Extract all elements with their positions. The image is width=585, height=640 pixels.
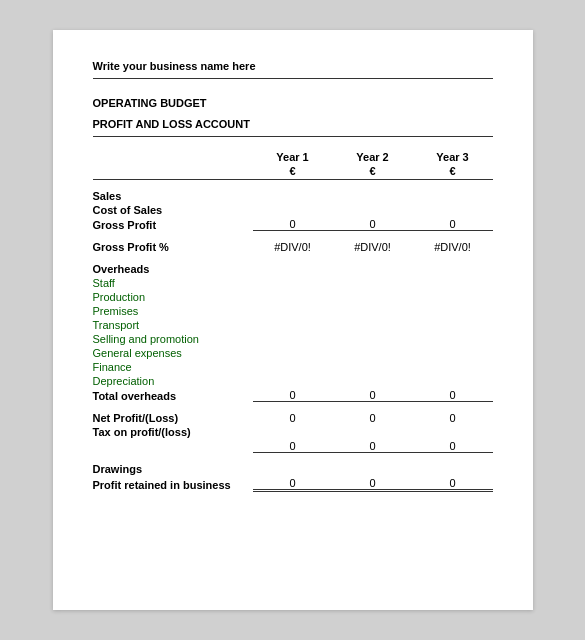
- report-title-line1: OPERATING BUDGET: [93, 95, 493, 112]
- premises-label: Premises: [93, 305, 253, 317]
- cost-of-sales-row: Cost of Sales: [93, 204, 493, 216]
- to-y2: 0: [333, 389, 413, 402]
- gp-pct-y2: #DIV/0!: [333, 241, 413, 253]
- gross-profit-label: Gross Profit: [93, 219, 253, 231]
- at-y2: 0: [333, 440, 413, 453]
- staff-row: Staff: [93, 277, 493, 289]
- depreciation-row: Depreciation: [93, 375, 493, 387]
- at-y1: 0: [253, 440, 333, 453]
- drawings-label: Drawings: [93, 463, 253, 475]
- finance-label: Finance: [93, 361, 253, 373]
- cost-of-sales-label: Cost of Sales: [93, 204, 253, 216]
- title-divider: [93, 136, 493, 137]
- year2-symbol: €: [333, 165, 413, 177]
- overheads-label: Overheads: [93, 263, 253, 275]
- general-expenses-row: General expenses: [93, 347, 493, 359]
- gp-y3: 0: [413, 218, 493, 231]
- year2-header: Year 2: [333, 151, 413, 163]
- total-overheads-row: Total overheads 0 0 0: [93, 389, 493, 402]
- drawings-row: Drawings: [93, 463, 493, 475]
- year3-header: Year 3: [413, 151, 493, 163]
- selling-promotion-row: Selling and promotion: [93, 333, 493, 345]
- to-y3: 0: [413, 389, 493, 402]
- to-y1: 0: [253, 389, 333, 402]
- business-name: Write your business name here: [93, 60, 493, 79]
- transport-row: Transport: [93, 319, 493, 331]
- at-y3: 0: [413, 440, 493, 453]
- general-expenses-label: General expenses: [93, 347, 253, 359]
- pr-y3: 0: [413, 477, 493, 492]
- gross-profit-pct-label: Gross Profit %: [93, 241, 253, 253]
- tax-label: Tax on profit/(loss): [93, 426, 253, 438]
- column-headers: Year 1 Year 2 Year 3: [93, 151, 493, 163]
- sales-row: Sales: [93, 190, 493, 202]
- profit-retained-row: Profit retained in business 0 0 0: [93, 477, 493, 492]
- gp-pct-y1: #DIV/0!: [253, 241, 333, 253]
- after-tax-row: 0 0 0: [93, 440, 493, 453]
- np-y2: 0: [333, 412, 413, 424]
- pr-y2: 0: [333, 477, 413, 492]
- business-name-text: Write your business name here: [93, 60, 256, 72]
- staff-label: Staff: [93, 277, 253, 289]
- production-label: Production: [93, 291, 253, 303]
- year1-symbol: €: [253, 165, 333, 177]
- profit-retained-label: Profit retained in business: [93, 479, 253, 491]
- tax-row: Tax on profit/(loss): [93, 426, 493, 438]
- total-overheads-label: Total overheads: [93, 390, 253, 402]
- overheads-row: Overheads: [93, 263, 493, 275]
- finance-row: Finance: [93, 361, 493, 373]
- page: Write your business name here OPERATING …: [53, 30, 533, 610]
- sales-label: Sales: [93, 190, 253, 202]
- year1-header: Year 1: [253, 151, 333, 163]
- net-profit-row: Net Profit/(Loss) 0 0 0: [93, 412, 493, 424]
- gross-profit-pct-row: Gross Profit % #DIV/0! #DIV/0! #DIV/0!: [93, 241, 493, 253]
- gp-y2: 0: [333, 218, 413, 231]
- report-title-line2: PROFIT AND LOSS ACCOUNT: [93, 116, 493, 133]
- np-y1: 0: [253, 412, 333, 424]
- year3-symbol: €: [413, 165, 493, 177]
- gp-pct-y3: #DIV/0!: [413, 241, 493, 253]
- gross-profit-row: Gross Profit 0 0 0: [93, 218, 493, 231]
- net-profit-label: Net Profit/(Loss): [93, 412, 253, 424]
- premises-row: Premises: [93, 305, 493, 317]
- production-row: Production: [93, 291, 493, 303]
- selling-promotion-label: Selling and promotion: [93, 333, 253, 345]
- pr-y1: 0: [253, 477, 333, 492]
- gp-y1: 0: [253, 218, 333, 231]
- transport-label: Transport: [93, 319, 253, 331]
- column-symbols: € € €: [93, 165, 493, 180]
- depreciation-label: Depreciation: [93, 375, 253, 387]
- np-y3: 0: [413, 412, 493, 424]
